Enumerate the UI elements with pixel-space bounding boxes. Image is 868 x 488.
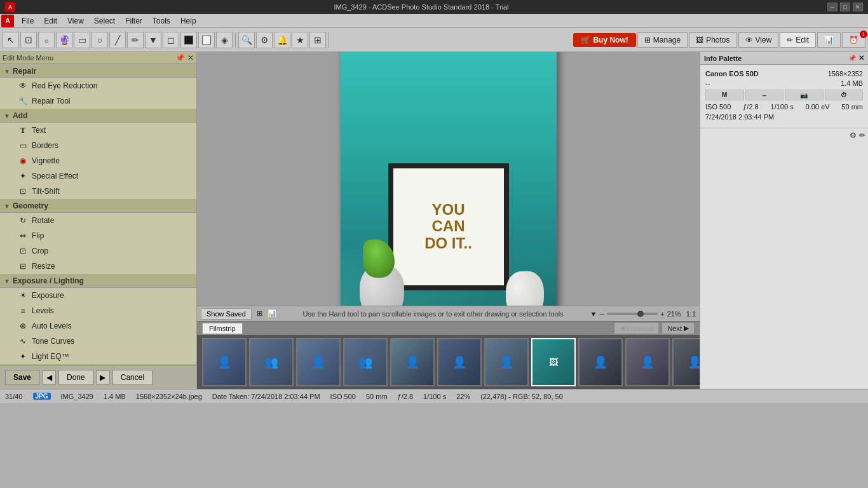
thumb-4[interactable]: 👥 (343, 338, 388, 386)
tool-rect[interactable]: ▭ (74, 32, 90, 48)
tool-lasso[interactable]: ⬦ (38, 32, 55, 48)
prev-nav-button[interactable]: ◀ Previous (614, 322, 660, 334)
menu-repair-tool[interactable]: 🔧 Repair Tool (0, 93, 196, 109)
nav-chart[interactable]: 📊 (817, 32, 841, 48)
restore-button[interactable]: □ (840, 3, 850, 11)
filmstrip-tab[interactable]: Filmstrip (202, 323, 243, 334)
index-value: 31/40 (5, 393, 23, 400)
menu-flip[interactable]: ⇔ Flip (0, 228, 196, 243)
tool-stamp[interactable]: ◈ (216, 32, 233, 48)
tool-magic-wand[interactable]: 🔮 (56, 32, 72, 48)
menu-levels[interactable]: ≡ Levels (0, 303, 196, 318)
zoom-down-icon[interactable]: ▼ (590, 310, 597, 318)
menu-help[interactable]: Help (175, 15, 201, 27)
menu-tone-curves[interactable]: ∿ Tone Curves (0, 334, 196, 349)
menu-select[interactable]: Select (89, 15, 120, 27)
menu-resize[interactable]: ⊟ Resize (0, 259, 196, 274)
section-exposure[interactable]: ▼ Exposure / Lighting (0, 274, 196, 288)
thumb-5[interactable]: 👤 (390, 338, 435, 386)
nav-badge[interactable]: ⏰ 1 (842, 32, 865, 48)
menu-light-eq[interactable]: ✦ Light EQ™ (0, 349, 196, 364)
tool-fill[interactable]: ▼ (145, 32, 161, 48)
titlebar: A IMG_3429 - ACDSee Photo Studio Standar… (0, 0, 868, 14)
close-button[interactable]: ✕ (853, 3, 863, 11)
menu-text[interactable]: T Text (0, 123, 196, 138)
thumb-8[interactable]: 🖼 (531, 338, 576, 386)
next-nav-button[interactable]: Next ▶ (661, 322, 695, 334)
minimize-button[interactable]: ─ (827, 3, 837, 11)
tool-ellipse[interactable]: ○ (92, 32, 108, 48)
tool-bell[interactable]: 🔔 (274, 32, 290, 48)
zoom-value: 21% (667, 310, 681, 318)
tool-eraser[interactable]: ◻ (163, 32, 179, 48)
tool-color2[interactable] (198, 32, 215, 48)
focal-status: 50 mm (366, 393, 388, 400)
menu-borders[interactable]: ▭ Borders (0, 138, 196, 153)
menu-special-effect[interactable]: ✦ Special Effect (0, 168, 196, 184)
menu-vignette[interactable]: ◉ Vignette (0, 153, 196, 168)
collapse-add-icon: ▼ (4, 112, 10, 119)
section-exposure-label: Exposure / Lighting (13, 276, 84, 285)
thumb-1[interactable]: 👤 (202, 338, 247, 386)
buy-now-button[interactable]: 🛒 Buy Now! (573, 33, 635, 47)
menu-edit[interactable]: Edit (39, 15, 62, 27)
camera-row: Canon EOS 50D 1568×2352 (705, 70, 863, 78)
done-button[interactable]: Done (58, 370, 93, 385)
exposure-label: Exposure (32, 291, 64, 300)
tool-star[interactable]: ★ (292, 32, 308, 48)
thumb-2[interactable]: 👥 (249, 338, 294, 386)
zoom-slider[interactable] (607, 313, 658, 315)
nav-view[interactable]: 👁 View (738, 32, 779, 48)
menu-rotate[interactable]: ↻ Rotate (0, 213, 196, 228)
ev-value: 0.00 eV (806, 103, 830, 111)
thumb-3[interactable]: 👤 (296, 338, 341, 386)
menu-auto-levels[interactable]: ⊕ Auto Levels (0, 318, 196, 334)
show-saved-button[interactable]: Show Saved (201, 308, 252, 320)
thumb-11[interactable]: 👤 (672, 338, 700, 386)
tool-pen[interactable]: ✏ (127, 32, 144, 48)
panel-pin-button[interactable]: 📌 (175, 53, 185, 62)
section-add[interactable]: ▼ Add (0, 109, 196, 123)
info-pin-icon[interactable]: 📌 (848, 55, 856, 62)
tool-settings[interactable]: ⚙ (256, 32, 273, 48)
next-button[interactable]: ▶ (96, 370, 110, 384)
tool-select[interactable]: ↖ (3, 32, 19, 48)
nav-photos[interactable]: 🖼 Photos (689, 32, 736, 48)
menu-file[interactable]: File (17, 15, 39, 27)
thumb-6[interactable]: 👤 (437, 338, 482, 386)
tool-line[interactable]: ╱ (109, 32, 126, 48)
thumb-9[interactable]: 👤 (578, 338, 623, 386)
center-area: YOU CAN DO IT.. Show Saved (197, 52, 700, 389)
menu-tools[interactable]: Tools (147, 15, 175, 27)
menu-exposure[interactable]: ☀ Exposure (0, 288, 196, 303)
resize-label: Resize (32, 262, 55, 271)
menu-view[interactable]: View (62, 15, 89, 27)
tool-crop-sel[interactable]: ⊡ (20, 32, 37, 48)
zoom-minus-icon[interactable]: ─ (599, 310, 604, 318)
menu-tilt-shift[interactable]: ⊡ Tilt-Shift (0, 184, 196, 199)
thumb-7[interactable]: 👤 (484, 338, 529, 386)
aperture-status: ƒ/2.8 (398, 393, 413, 400)
menu-crop[interactable]: ⊡ Crop (0, 243, 196, 259)
menu-red-eye[interactable]: 👁 Red Eye Reduction (0, 78, 196, 93)
nav-edit[interactable]: ✏ Edit (780, 32, 816, 48)
thumb-10[interactable]: 👤 (625, 338, 670, 386)
section-geometry[interactable]: ▼ Geometry (0, 199, 196, 213)
save-button[interactable]: Save (5, 370, 39, 385)
prev-button[interactable]: ◀ (42, 370, 56, 384)
right-edit-icon[interactable]: ✏ (859, 131, 865, 140)
menu-filter[interactable]: Filter (120, 15, 147, 27)
zoom-plus-icon[interactable]: + (660, 310, 664, 318)
info-close-icon[interactable]: ✕ (858, 54, 864, 62)
section-repair[interactable]: ▼ Repair (0, 64, 196, 78)
grid-icon: ⊞ (257, 309, 262, 318)
zoom-status-value: 22% (456, 393, 470, 400)
nav-manage[interactable]: ⊞ Manage (637, 32, 688, 48)
tool-color1[interactable] (180, 32, 197, 48)
right-settings-icon[interactable]: ⚙ (850, 131, 857, 140)
tool-zoom[interactable]: 🔍 (238, 32, 255, 48)
cancel-button[interactable]: Cancel (112, 370, 153, 385)
camera-icon-cell: 📷 (785, 90, 824, 100)
panel-close-button[interactable]: ✕ (187, 53, 194, 62)
tool-options[interactable]: ⊞ (309, 32, 326, 48)
